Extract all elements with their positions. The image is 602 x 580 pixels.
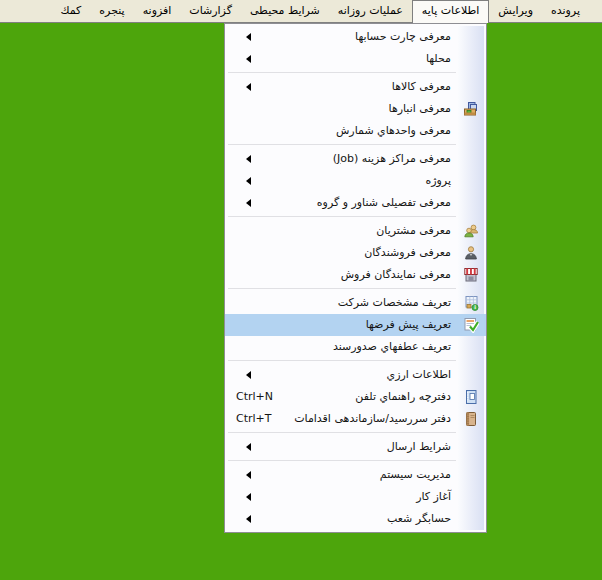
menu-item-label: تعریف مشخصات شرکت bbox=[338, 296, 451, 309]
customers-icon bbox=[463, 223, 479, 239]
submenu-arrow-icon bbox=[246, 443, 251, 451]
menu-item-branch-calculator[interactable]: حسابگر شعب bbox=[225, 508, 486, 530]
menubar-item-file[interactable]: پرونده bbox=[542, 0, 589, 22]
menubar-item-env-conditions[interactable]: شرایط محیطی bbox=[241, 0, 329, 22]
menu-item-project[interactable]: پروژه bbox=[225, 170, 486, 192]
menu-item-start-work[interactable]: آغاز کار bbox=[225, 486, 486, 508]
submenu-arrow-icon bbox=[246, 155, 251, 163]
menu-item-planner[interactable]: دفتر سررسید/سازماندهی اقداماتCtrl+T bbox=[225, 408, 486, 430]
defaults-check-icon bbox=[463, 317, 479, 333]
submenu-arrow-icon bbox=[246, 83, 251, 91]
menu-separator bbox=[228, 288, 456, 289]
menu-item-shortcut: Ctrl+N bbox=[236, 386, 273, 408]
submenu-arrow-icon bbox=[246, 371, 251, 379]
menu-item-phone-book[interactable]: دفترچه راهنماي تلفنCtrl+N bbox=[225, 386, 486, 408]
menu-item-currency-info[interactable]: اطلاعات ارزي bbox=[225, 364, 486, 386]
submenu-arrow-icon bbox=[246, 177, 251, 185]
company-profile-icon: i bbox=[463, 295, 479, 311]
submenu-arrow-icon bbox=[246, 55, 251, 63]
svg-text:i: i bbox=[474, 304, 476, 310]
menu-item-cost-centers[interactable]: معرفی مراکز هزینه (Job) bbox=[225, 148, 486, 170]
menu-separator bbox=[228, 360, 456, 361]
menu-item-customers[interactable]: معرفی مشتریان bbox=[225, 220, 486, 242]
menu-item-label: حسابگر شعب bbox=[387, 512, 451, 525]
menubar-item-daily-ops[interactable]: عملیات روزانه bbox=[329, 0, 412, 22]
base-info-dropdown-menu: معرفی چارت حسابهامحلهامعرفی کالاهامعرفی … bbox=[224, 23, 487, 533]
menu-item-label: اطلاعات ارزي bbox=[387, 368, 451, 381]
menu-item-label: آغاز کار bbox=[416, 490, 451, 503]
warehouse-icon bbox=[463, 101, 479, 117]
menubar-item-window[interactable]: پنجره bbox=[90, 0, 133, 22]
menu-item-chart-of-accounts[interactable]: معرفی چارت حسابها bbox=[225, 26, 486, 48]
menubar: پروندهویرایشاطلاعات پایهعملیات روزانهشرا… bbox=[0, 0, 602, 23]
menu-item-label: تعریف عطفهاي صدورسند bbox=[333, 340, 451, 353]
menu-item-label: معرفی چارت حسابها bbox=[355, 30, 451, 43]
shop-icon bbox=[463, 267, 479, 283]
menu-item-vendors[interactable]: معرفی فروشندگان bbox=[225, 242, 486, 264]
menu-item-label: معرفی فروشندگان bbox=[364, 246, 451, 259]
menu-item-sales-agents[interactable]: معرفی نمایندگان فروش bbox=[225, 264, 486, 286]
menubar-item-edit[interactable]: ویرایش bbox=[489, 0, 542, 22]
menu-item-label: معرفی انبارها bbox=[389, 102, 451, 115]
menu-separator bbox=[228, 432, 456, 433]
menu-separator bbox=[228, 460, 456, 461]
menu-item-label: دفترچه راهنماي تلفن bbox=[355, 390, 451, 403]
submenu-arrow-icon bbox=[246, 493, 251, 501]
menu-item-label: محلها bbox=[426, 52, 451, 65]
menubar-item-addons[interactable]: افزونه bbox=[134, 0, 181, 22]
planner-book-icon bbox=[463, 411, 479, 427]
menu-item-label: معرفی مراکز هزینه (Job) bbox=[333, 152, 451, 165]
menubar-item-help[interactable]: كمك bbox=[51, 0, 90, 22]
vendor-icon bbox=[463, 245, 479, 261]
submenu-arrow-icon bbox=[246, 33, 251, 41]
menu-item-label: معرفی مشتریان bbox=[376, 224, 451, 237]
menu-item-floating-detail[interactable]: معرفی تفصیلی شناور و گروه bbox=[225, 192, 486, 214]
submenu-arrow-icon bbox=[246, 199, 251, 207]
menu-item-goods[interactable]: معرفی کالاها bbox=[225, 76, 486, 98]
submenu-arrow-icon bbox=[246, 515, 251, 523]
menu-item-warehouses[interactable]: معرفی انبارها bbox=[225, 98, 486, 120]
menu-separator bbox=[228, 216, 456, 217]
menu-item-shortcut: Ctrl+T bbox=[236, 408, 272, 430]
menubar-item-reports[interactable]: گزارشات bbox=[180, 0, 241, 22]
menu-item-send-conditions[interactable]: شرایط ارسال bbox=[225, 436, 486, 458]
menu-item-doc-references[interactable]: تعریف عطفهاي صدورسند bbox=[225, 336, 486, 358]
submenu-arrow-icon bbox=[246, 471, 251, 479]
menu-item-company-profile[interactable]: iتعریف مشخصات شرکت bbox=[225, 292, 486, 314]
menu-item-label: پروژه bbox=[425, 174, 451, 187]
menu-item-locations[interactable]: محلها bbox=[225, 48, 486, 70]
menu-item-label: معرفی کالاها bbox=[392, 80, 451, 93]
menu-separator bbox=[228, 72, 456, 73]
menu-separator bbox=[228, 144, 456, 145]
desktop-background: پروندهویرایشاطلاعات پایهعملیات روزانهشرا… bbox=[0, 0, 602, 580]
menubar-item-base-info[interactable]: اطلاعات پایه bbox=[412, 0, 490, 23]
menu-item-label: شرایط ارسال bbox=[387, 440, 451, 453]
menu-item-label: مدیریت سیستم bbox=[380, 468, 451, 481]
menu-item-system-management[interactable]: مدیریت سیستم bbox=[225, 464, 486, 486]
menu-item-label: تعریف پیش فرضها bbox=[366, 318, 451, 331]
menu-item-label: دفتر سررسید/سازماندهی اقدامات bbox=[294, 412, 451, 425]
phone-book-icon bbox=[463, 389, 479, 405]
menu-item-label: معرفی تفصیلی شناور و گروه bbox=[317, 196, 451, 209]
menu-item-counting-units[interactable]: معرفی واحدهاي شمارش bbox=[225, 120, 486, 142]
menu-item-label: معرفی واحدهاي شمارش bbox=[336, 124, 451, 137]
menu-item-defaults[interactable]: تعریف پیش فرضها bbox=[225, 314, 486, 336]
menu-item-label: معرفی نمایندگان فروش bbox=[341, 268, 451, 281]
